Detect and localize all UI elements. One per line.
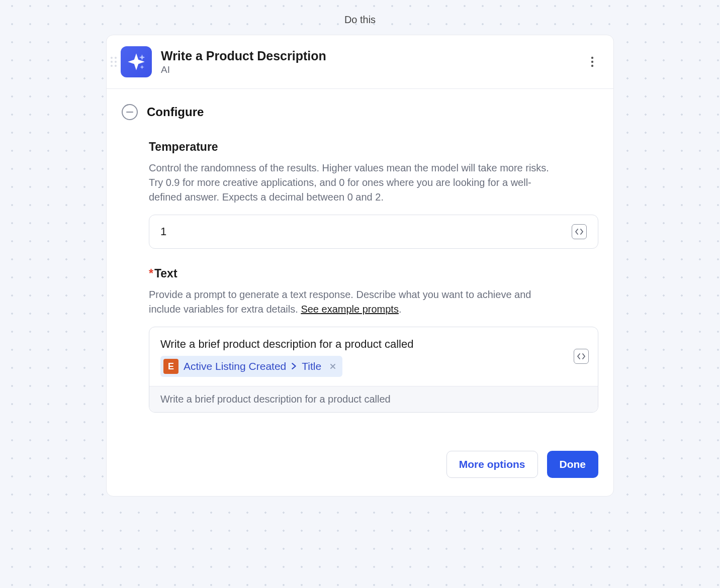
page-stage-label: Do this [0,0,720,26]
etsy-badge-icon: E [163,359,178,374]
temperature-field: Temperature Control the randomness of th… [122,140,598,249]
done-button[interactable]: Done [547,451,599,478]
text-desc-post: . [399,304,402,315]
see-example-prompts-link[interactable]: See example prompts [301,304,399,315]
card-subtitle: AI [161,64,326,75]
temperature-label: Temperature [149,140,598,154]
svg-point-1 [591,61,593,63]
more-menu-button[interactable] [585,55,599,69]
code-mode-toggle[interactable] [574,349,589,364]
actions-row: More options Done [107,451,613,496]
configure-title: Configure [147,105,204,119]
svg-rect-3 [126,112,133,113]
card-body: Configure Temperature Control the random… [107,89,613,451]
text-label-text: Text [154,267,177,280]
pill-remove-button[interactable] [329,363,336,370]
configure-section-header: Configure [122,104,598,120]
prompt-pre-text: Write a brief product description for a … [160,335,563,353]
more-options-button[interactable]: More options [446,451,538,478]
card-title: Write a Product Description [161,49,326,63]
step-card: Write a Product Description AI Configure… [106,35,614,497]
text-footer-echo: Write a brief product description for a … [149,386,598,412]
title-block: Write a Product Description AI [161,49,326,75]
collapse-toggle[interactable] [122,104,138,120]
text-label: *Text [149,267,598,280]
text-description: Provide a prompt to generate a text resp… [149,287,561,317]
ai-sparkle-icon [121,46,152,77]
variable-pill[interactable]: E Active Listing Created Title [160,356,342,377]
code-mode-toggle[interactable] [572,224,587,239]
temperature-value: 1 [160,225,566,238]
temperature-input[interactable]: 1 [149,215,598,249]
text-field: *Text Provide a prompt to generate a tex… [122,267,598,413]
header-left: Write a Product Description AI [121,46,326,77]
text-compose-editor[interactable]: Write a brief product description for a … [149,327,598,386]
temperature-description: Control the randomness of the results. H… [149,161,561,205]
required-marker: * [149,267,153,280]
chevron-right-icon [291,358,297,375]
card-header: Write a Product Description AI [107,35,613,89]
svg-point-0 [591,57,593,59]
pill-segment-1: Active Listing Created [184,358,286,375]
svg-point-2 [591,65,593,67]
text-compose-box: Write a brief product description for a … [149,327,598,413]
drag-handle-icon[interactable] [111,57,117,67]
pill-segment-2: Title [302,358,321,375]
